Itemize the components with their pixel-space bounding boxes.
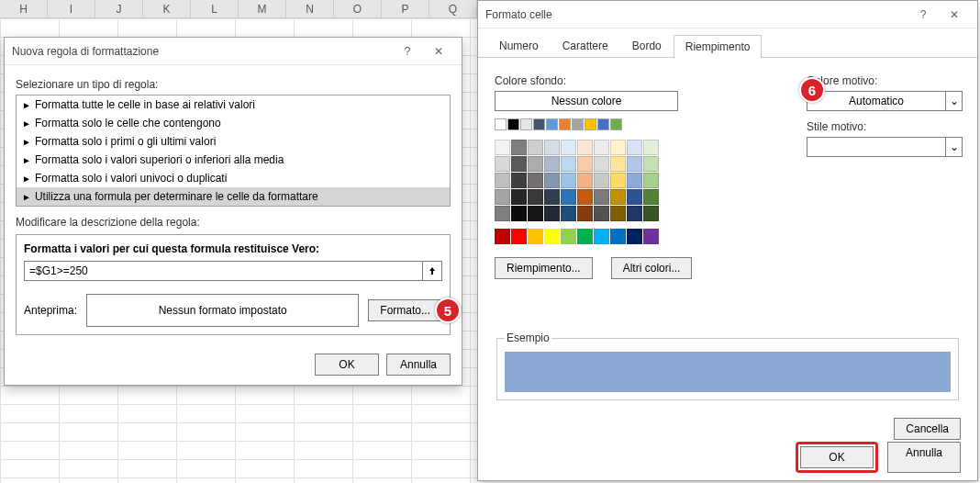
rule-type-item[interactable]: ►Formatta tutte le celle in base ai rela… bbox=[17, 95, 450, 114]
color-swatch[interactable] bbox=[643, 156, 659, 172]
color-swatch[interactable] bbox=[533, 118, 545, 130]
column-header[interactable]: N bbox=[286, 0, 334, 17]
color-swatch[interactable] bbox=[528, 140, 543, 155]
column-header[interactable]: L bbox=[191, 0, 239, 17]
color-swatch[interactable] bbox=[561, 189, 576, 205]
color-swatch[interactable] bbox=[597, 118, 609, 130]
color-swatch[interactable] bbox=[627, 189, 642, 205]
column-header[interactable]: H bbox=[0, 0, 48, 17]
color-swatch[interactable] bbox=[610, 229, 626, 244]
color-swatch[interactable] bbox=[594, 173, 609, 188]
tab-carattere[interactable]: Carattere bbox=[551, 34, 620, 57]
color-swatch[interactable] bbox=[610, 206, 626, 221]
column-header[interactable]: J bbox=[95, 0, 143, 17]
color-swatch[interactable] bbox=[511, 156, 527, 172]
help-button[interactable]: ? bbox=[392, 40, 423, 62]
color-swatch[interactable] bbox=[610, 173, 626, 188]
color-swatch[interactable] bbox=[594, 156, 609, 172]
color-swatch[interactable] bbox=[561, 206, 576, 221]
color-swatch[interactable] bbox=[594, 140, 609, 155]
color-swatch[interactable] bbox=[577, 206, 593, 221]
rule-type-item[interactable]: ►Formatta solo i primi o gli ultimi valo… bbox=[17, 132, 450, 151]
color-swatch[interactable] bbox=[507, 118, 519, 130]
color-swatch[interactable] bbox=[585, 118, 596, 130]
color-swatch[interactable] bbox=[561, 140, 576, 155]
column-header[interactable]: O bbox=[334, 0, 382, 17]
color-swatch[interactable] bbox=[544, 173, 560, 188]
color-swatch[interactable] bbox=[610, 156, 626, 172]
format-button[interactable]: Formato... bbox=[368, 299, 442, 321]
color-swatch[interactable] bbox=[528, 156, 543, 172]
color-swatch[interactable] bbox=[544, 229, 560, 244]
color-swatch[interactable] bbox=[577, 156, 593, 172]
color-swatch[interactable] bbox=[643, 140, 659, 155]
color-swatch[interactable] bbox=[577, 140, 593, 155]
color-swatch[interactable] bbox=[643, 189, 659, 205]
color-swatch[interactable] bbox=[528, 206, 543, 221]
color-swatch[interactable] bbox=[577, 229, 593, 244]
cancel-button[interactable]: Annulla bbox=[887, 442, 961, 473]
color-swatch[interactable] bbox=[495, 156, 510, 172]
color-swatch[interactable] bbox=[627, 206, 642, 221]
color-swatch[interactable] bbox=[627, 229, 642, 244]
color-swatch[interactable] bbox=[495, 229, 510, 244]
color-swatch[interactable] bbox=[495, 189, 510, 205]
color-swatch[interactable] bbox=[544, 140, 560, 155]
color-swatch[interactable] bbox=[610, 189, 626, 205]
more-colors-button[interactable]: Altri colori... bbox=[611, 257, 693, 279]
ok-button[interactable]: OK bbox=[315, 354, 379, 376]
color-swatch[interactable] bbox=[511, 206, 527, 221]
ok-button[interactable]: OK bbox=[800, 446, 874, 468]
color-swatch[interactable] bbox=[495, 173, 510, 188]
tab-riempimento[interactable]: Riempimento bbox=[674, 35, 763, 58]
color-swatch[interactable] bbox=[643, 173, 659, 188]
color-swatch[interactable] bbox=[511, 189, 527, 205]
color-swatch[interactable] bbox=[627, 173, 642, 188]
formula-input[interactable] bbox=[24, 261, 422, 281]
color-swatch[interactable] bbox=[577, 173, 593, 188]
color-swatch[interactable] bbox=[544, 189, 560, 205]
background-color-value[interactable]: Nessun colore bbox=[495, 91, 678, 111]
column-header[interactable]: M bbox=[239, 0, 286, 17]
close-button[interactable]: ✕ bbox=[423, 40, 454, 62]
column-header[interactable]: K bbox=[143, 0, 191, 17]
color-swatch[interactable] bbox=[546, 118, 558, 130]
range-picker-button[interactable] bbox=[422, 261, 442, 281]
rule-type-item[interactable]: ►Utilizza una formula per determinare le… bbox=[17, 187, 450, 206]
color-swatch[interactable] bbox=[594, 229, 609, 244]
fill-effects-button[interactable]: Riempimento... bbox=[495, 257, 593, 279]
color-swatch[interactable] bbox=[495, 118, 507, 130]
help-button[interactable]: ? bbox=[908, 4, 939, 26]
pattern-color-select[interactable]: Automatico ⌄ bbox=[807, 91, 963, 111]
color-swatch[interactable] bbox=[561, 173, 576, 188]
color-swatch[interactable] bbox=[528, 173, 543, 188]
color-swatch[interactable] bbox=[627, 156, 642, 172]
color-swatch[interactable] bbox=[610, 118, 622, 130]
color-swatch[interactable] bbox=[610, 140, 626, 155]
color-swatch[interactable] bbox=[495, 140, 510, 155]
clear-button[interactable]: Cancella bbox=[894, 418, 961, 440]
rule-type-item[interactable]: ►Formatta solo i valori superiori o infe… bbox=[17, 151, 450, 169]
rule-type-item[interactable]: ►Formatta solo i valori univoci o duplic… bbox=[17, 169, 450, 187]
rule-type-list[interactable]: ►Formatta tutte le celle in base ai rela… bbox=[16, 95, 451, 207]
color-swatch[interactable] bbox=[495, 206, 510, 221]
color-swatch[interactable] bbox=[572, 118, 584, 130]
color-swatch[interactable] bbox=[594, 189, 609, 205]
color-swatch[interactable] bbox=[643, 206, 659, 221]
column-header[interactable]: Q bbox=[429, 0, 477, 17]
column-header[interactable]: P bbox=[382, 0, 429, 17]
color-swatch[interactable] bbox=[544, 206, 560, 221]
color-swatch[interactable] bbox=[577, 189, 593, 205]
column-header[interactable]: I bbox=[48, 0, 95, 17]
tab-bordo[interactable]: Bordo bbox=[620, 34, 674, 57]
rule-type-item[interactable]: ►Formatta solo le celle che contengono bbox=[17, 114, 450, 132]
color-swatch[interactable] bbox=[544, 156, 560, 172]
color-swatch[interactable] bbox=[561, 156, 576, 172]
color-swatch[interactable] bbox=[643, 229, 659, 244]
color-swatch[interactable] bbox=[511, 229, 527, 244]
close-button[interactable]: ✕ bbox=[939, 4, 970, 26]
cancel-button[interactable]: Annulla bbox=[386, 354, 451, 376]
color-swatch[interactable] bbox=[511, 173, 527, 188]
color-swatch[interactable] bbox=[559, 118, 571, 130]
color-swatch[interactable] bbox=[594, 206, 609, 221]
